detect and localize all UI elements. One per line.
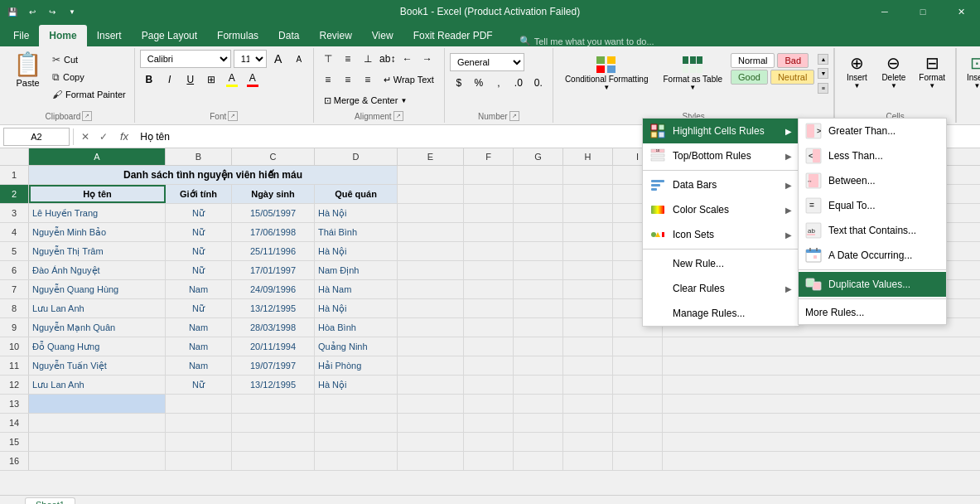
format-as-table-button[interactable]: Format as Table ▼ xyxy=(658,53,727,94)
cell-7G[interactable] xyxy=(514,280,563,298)
increase-font-button[interactable]: A xyxy=(269,50,287,68)
tab-file[interactable]: File xyxy=(3,25,39,46)
cell-4H[interactable] xyxy=(563,223,613,241)
cell-6A[interactable]: Đào Ánh Nguyệt xyxy=(29,261,166,279)
cell-16G[interactable] xyxy=(514,452,563,470)
format-cells-button[interactable]: ⊟ Format ▼ xyxy=(914,50,950,93)
cell-8H[interactable] xyxy=(563,299,613,317)
decrease-font-button[interactable]: A xyxy=(290,50,308,68)
row-header-1[interactable]: 1 xyxy=(0,166,29,184)
col-header-E[interactable]: E xyxy=(398,148,464,165)
cell-9H[interactable] xyxy=(563,318,613,337)
align-top-button[interactable]: ⊤ xyxy=(319,50,337,68)
row-header-4[interactable]: 4 xyxy=(0,223,29,241)
cell-12D[interactable]: Hà Nội xyxy=(315,376,398,394)
cell-5D[interactable]: Hà Nội xyxy=(315,242,398,260)
cell-7E[interactable] xyxy=(398,280,464,298)
fill-color-button[interactable]: A xyxy=(223,70,241,89)
cell-13G[interactable] xyxy=(514,395,563,413)
cell-12I[interactable] xyxy=(613,376,663,394)
cell-3G[interactable] xyxy=(514,204,563,222)
col-header-C[interactable]: C xyxy=(232,148,315,165)
cell-13C[interactable] xyxy=(232,395,315,413)
col-header-B[interactable]: B xyxy=(166,148,232,165)
cell-15D[interactable] xyxy=(315,433,398,451)
cell-15H[interactable] xyxy=(563,433,613,451)
cell-8C[interactable]: 13/12/1995 xyxy=(232,299,315,317)
cell-5A[interactable]: Nguyễn Thị Trâm xyxy=(29,242,166,260)
cell-5G[interactable] xyxy=(514,242,563,260)
cut-button[interactable]: ✂ Cut xyxy=(49,51,129,68)
align-left-button[interactable]: ≡ xyxy=(319,70,337,89)
cell-6B[interactable]: Nữ xyxy=(166,261,232,279)
col-header-H[interactable]: H xyxy=(563,148,613,165)
cell-5F[interactable] xyxy=(464,242,514,260)
cell-1E[interactable] xyxy=(398,166,464,184)
save-button[interactable]: 💾 xyxy=(3,2,22,21)
cell-14A[interactable] xyxy=(29,414,166,432)
decrease-decimal-button[interactable]: 0. xyxy=(529,74,548,92)
cell-8E[interactable] xyxy=(398,299,464,317)
paste-button[interactable]: 📋 Paste xyxy=(8,50,47,91)
cell-10B[interactable]: Nam xyxy=(166,337,232,356)
font-color-button[interactable]: A xyxy=(244,70,262,89)
cell-15C[interactable] xyxy=(232,433,315,451)
col-header-F[interactable]: F xyxy=(464,148,514,165)
cell-12F[interactable] xyxy=(464,376,514,394)
font-expand-button[interactable]: ↗ xyxy=(228,111,238,121)
cell-10E[interactable] xyxy=(398,337,464,356)
row-header-9[interactable]: 9 xyxy=(0,318,29,337)
cell-9B[interactable]: Nam xyxy=(166,318,232,337)
cell-14B[interactable] xyxy=(166,414,232,432)
cell-7H[interactable] xyxy=(563,280,613,298)
icon-sets-item[interactable]: Icon Sets ▶ xyxy=(643,222,799,247)
cell-4G[interactable] xyxy=(514,223,563,241)
cell-10H[interactable] xyxy=(563,337,613,356)
cell-14H[interactable] xyxy=(563,414,613,432)
row-header-15[interactable]: 15 xyxy=(0,433,29,451)
tab-formulas[interactable]: Formulas xyxy=(207,25,268,46)
cell-2D[interactable]: Quê quán xyxy=(315,185,398,203)
bold-button[interactable]: B xyxy=(140,70,158,89)
text-contains-item[interactable]: ab Text that Contains... xyxy=(799,218,946,243)
name-box[interactable] xyxy=(3,128,70,146)
cell-16F[interactable] xyxy=(464,452,514,470)
cell-5C[interactable]: 25/11/1996 xyxy=(232,242,315,260)
align-middle-button[interactable]: ≡ xyxy=(339,50,357,68)
row-header-13[interactable]: 13 xyxy=(0,395,29,413)
cell-10D[interactable]: Quảng Ninh xyxy=(315,337,398,356)
cell-7A[interactable]: Nguyễn Quang Hùng xyxy=(29,280,166,298)
cell-1G[interactable] xyxy=(514,166,563,184)
align-center-button[interactable]: ≡ xyxy=(339,70,357,89)
col-header-A[interactable]: A xyxy=(29,148,166,165)
cell-8D[interactable]: Hà Nội xyxy=(315,299,398,317)
maximize-button[interactable]: □ xyxy=(904,0,942,23)
format-painter-button[interactable]: 🖌 Format Painter xyxy=(49,86,129,103)
more-rules-item[interactable]: More Rules... xyxy=(799,301,946,324)
cell-1F[interactable] xyxy=(464,166,514,184)
cell-11F[interactable] xyxy=(464,356,514,375)
cell-16D[interactable] xyxy=(315,452,398,470)
clear-rules-item[interactable]: Clear Rules ▶ xyxy=(643,276,799,301)
cell-10A[interactable]: Đỗ Quang Hưng xyxy=(29,337,166,356)
styles-scroll-more[interactable]: ≡ xyxy=(818,83,828,94)
tab-home[interactable]: Home xyxy=(39,25,86,46)
delete-cells-button[interactable]: ⊖ Delete ▼ xyxy=(876,50,910,93)
cell-10F[interactable] xyxy=(464,337,514,356)
tab-view[interactable]: View xyxy=(362,25,403,46)
cell-6E[interactable] xyxy=(398,261,464,279)
cell-3H[interactable] xyxy=(563,204,613,222)
indent-increase-button[interactable]: → xyxy=(418,50,437,68)
cell-12B[interactable]: Nữ xyxy=(166,376,232,394)
row-header-11[interactable]: 11 xyxy=(0,356,29,375)
cell-6F[interactable] xyxy=(464,261,514,279)
cell-4C[interactable]: 17/06/1998 xyxy=(232,223,315,241)
cell-11D[interactable]: Hải Phòng xyxy=(315,356,398,375)
styles-scroll-down[interactable]: ▼ xyxy=(818,68,828,79)
row-header-10[interactable]: 10 xyxy=(0,337,29,356)
text-direction-button[interactable]: ab↕ xyxy=(379,50,397,68)
cell-13F[interactable] xyxy=(464,395,514,413)
between-item[interactable]: ↔ Between... xyxy=(799,168,946,193)
undo-button[interactable]: ↩ xyxy=(23,2,41,21)
cell-9G[interactable] xyxy=(514,318,563,337)
